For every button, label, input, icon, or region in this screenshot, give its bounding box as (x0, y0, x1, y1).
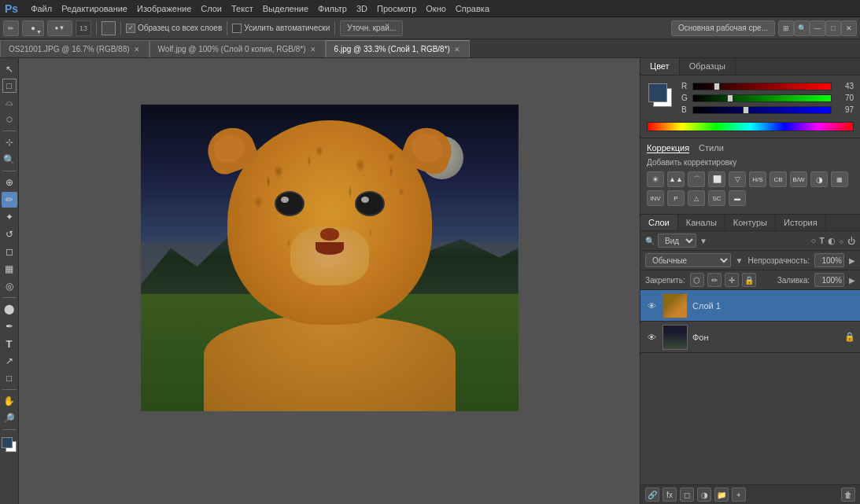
tab-6jpg-close[interactable]: ✕ (453, 46, 461, 53)
tool-marquee[interactable]: □ (2, 79, 17, 93)
corr-hsl[interactable]: H/S (749, 171, 766, 187)
layer-bg-visibility[interactable]: 👁 (645, 331, 658, 344)
tab-channels[interactable]: Каналы (678, 215, 725, 230)
brush-picker-btn[interactable]: ● ▼ (22, 20, 44, 36)
enhance-check[interactable] (232, 24, 242, 33)
layer-kind-dropdown[interactable]: Вид (658, 234, 696, 248)
menu-window[interactable]: Окно (426, 4, 446, 13)
tool-heal[interactable]: ⊕ (2, 175, 17, 190)
corr-colorbalance[interactable]: CB (770, 171, 787, 187)
correction-tab-main[interactable]: Коррекция (647, 143, 689, 153)
filter-pixel-icon[interactable]: ○ (811, 236, 817, 245)
corr-threshold[interactable]: △ (688, 190, 705, 206)
tool-hand[interactable]: ✋ (2, 393, 17, 409)
fill-input[interactable] (814, 273, 844, 287)
filter-adj-icon[interactable]: ◐ (828, 236, 836, 246)
tool-crop[interactable]: ⊹ (2, 134, 17, 150)
new-group-btn[interactable]: 📁 (714, 487, 729, 502)
corr-photofilter[interactable]: ◑ (810, 171, 828, 187)
opacity-input[interactable] (814, 253, 844, 267)
tab-os21001-close[interactable]: ✕ (133, 46, 141, 53)
corr-channelmix[interactable]: ▦ (831, 171, 848, 187)
menu-image[interactable]: Изображение (137, 4, 191, 13)
menu-edit[interactable]: Редактирование (61, 4, 127, 13)
brush-size-btn[interactable]: ●▼ (47, 20, 72, 36)
color-tab[interactable]: Цвет (640, 58, 680, 75)
layer-row-1[interactable]: 👁 Слой 1 (640, 290, 860, 322)
maximize-btn[interactable]: □ (825, 20, 841, 36)
corr-bw[interactable]: B/W (790, 171, 807, 187)
tool-quick-select[interactable]: ⬡ (2, 112, 17, 127)
tab-wolf-close[interactable]: ✕ (309, 46, 317, 53)
tab-os21001[interactable]: OS21001.JPG @ 16.7% (RGB/88) ✕ (0, 40, 149, 57)
menu-help[interactable]: Справка (456, 4, 489, 13)
close-window-btn[interactable]: ✕ (841, 20, 857, 36)
tab-layers[interactable]: Слои (640, 215, 678, 230)
layer-1-visibility[interactable]: 👁 (645, 300, 658, 312)
blue-slider[interactable] (692, 106, 832, 114)
tool-dodge[interactable]: ⬤ (2, 301, 17, 317)
menu-file[interactable]: Файл (31, 4, 52, 13)
new-fill-adj-btn[interactable]: ◑ (697, 487, 711, 502)
canvas-image[interactable] (141, 105, 519, 411)
corr-curves[interactable]: ⌒ (688, 171, 705, 187)
filter-smart-icon[interactable]: ⬦ (839, 236, 844, 245)
tool-lasso[interactable]: ⌓ (2, 94, 17, 110)
tool-blur[interactable]: ◎ (2, 278, 17, 294)
red-slider[interactable] (692, 83, 832, 90)
color-spectrum[interactable] (647, 122, 854, 131)
brush-size-display[interactable]: 13 (76, 20, 91, 36)
minimize-btn[interactable]: — (810, 20, 825, 36)
link-layers-btn[interactable]: 🔗 (645, 487, 659, 502)
tool-shape[interactable]: □ (2, 370, 17, 386)
tab-contours[interactable]: Контуры (725, 215, 776, 230)
lock-all-btn[interactable]: 🔒 (742, 273, 756, 287)
search-btn[interactable]: 🔍 (794, 20, 810, 36)
menu-filter[interactable]: Фильтр (318, 4, 347, 13)
green-slider[interactable] (692, 94, 832, 102)
lock-position-btn[interactable]: ✛ (725, 273, 739, 287)
tool-path-select[interactable]: ↗ (2, 353, 17, 369)
corr-brightness[interactable]: ☀ (647, 171, 664, 187)
corr-gradientmap[interactable]: ▬ (729, 190, 746, 206)
corr-levels[interactable]: ▲▲ (667, 171, 685, 187)
lock-paint-btn[interactable]: ✏ (707, 273, 722, 287)
menu-text[interactable]: Текст (231, 4, 253, 13)
tab-wolf[interactable]: Wolf.jpg @ 100% (Слой 0 копия, RGB/8*) ✕ (149, 40, 326, 57)
swatches-tab[interactable]: Образцы (680, 58, 736, 75)
tool-eraser[interactable]: ◻ (2, 244, 17, 259)
tab-6jpg[interactable]: 6.jpg @ 33.3% (Слой 1, RGB/8*) ✕ (326, 40, 470, 57)
corr-vibrance[interactable]: ▽ (729, 171, 746, 187)
tool-pen[interactable]: ✒ (2, 318, 17, 334)
menu-3d[interactable]: 3D (356, 4, 367, 13)
delete-layer-btn[interactable]: 🗑 (841, 487, 855, 502)
tool-stamp[interactable]: ✦ (2, 209, 17, 225)
tool-text[interactable]: T (2, 336, 17, 351)
new-layer-btn[interactable]: + (732, 487, 746, 502)
corr-exposure[interactable]: ⬜ (708, 171, 725, 187)
corr-selectivecolor[interactable]: SC (708, 190, 725, 206)
tool-history-brush[interactable]: ↺ (2, 226, 17, 242)
tool-brush[interactable]: ✏ (2, 192, 17, 208)
menu-select[interactable]: Выделение (263, 4, 308, 13)
refine-edge-btn[interactable]: Уточн. край... (340, 20, 403, 36)
blend-mode-dropdown[interactable]: Обычные (645, 253, 731, 267)
layer-row-bg[interactable]: 👁 Фон 🔒 (640, 322, 860, 353)
foreground-background-colors[interactable] (1, 436, 18, 454)
sample-all-layers-check[interactable]: ✓ (126, 24, 135, 33)
add-mask-btn[interactable]: ◻ (680, 487, 694, 502)
filter-type-icon[interactable]: T (819, 236, 825, 245)
lock-transparent-btn[interactable]: ⬡ (690, 273, 704, 287)
correction-tab-styles[interactable]: Стили (699, 143, 724, 153)
tab-history[interactable]: История (776, 215, 826, 230)
tool-preset-btn[interactable]: ✏ (3, 20, 19, 36)
add-style-btn[interactable]: fx (663, 487, 677, 502)
corr-posterize[interactable]: P (667, 190, 685, 206)
tool-move[interactable]: ↖ (2, 61, 17, 77)
corr-invert[interactable]: INV (647, 190, 664, 206)
workspace-btn[interactable]: Основная рабочая сре... (671, 20, 775, 36)
filter-toggle[interactable]: ⏻ (847, 237, 855, 245)
menu-layers[interactable]: Слои (201, 4, 222, 13)
tool-eyedropper[interactable]: 🔍 (2, 152, 17, 167)
arrange-btn[interactable]: ⊞ (778, 20, 794, 36)
